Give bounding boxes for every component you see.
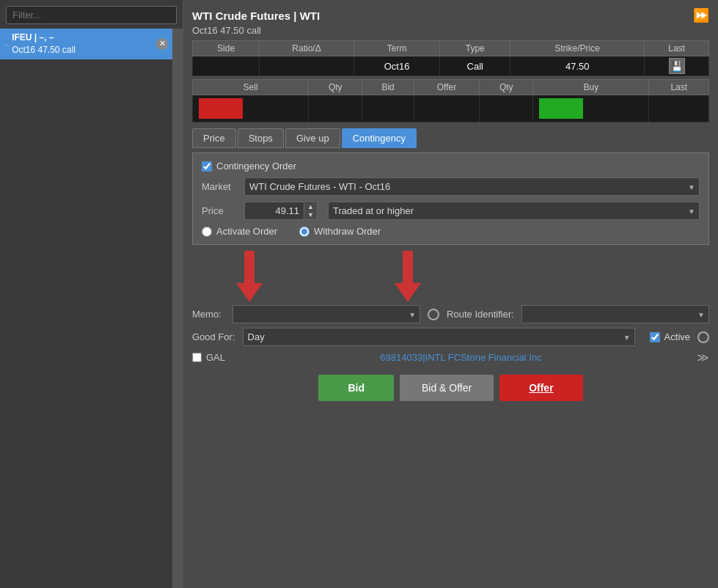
ob-qty2: Qty — [480, 80, 533, 95]
tab-price[interactable]: Price — [192, 128, 236, 148]
cell-side — [193, 56, 260, 76]
ob-offer: Offer — [414, 80, 479, 95]
memo-select[interactable] — [232, 305, 420, 323]
right-arrow-head — [395, 283, 421, 302]
expand-icon: – — [4, 40, 9, 48]
good-for-select-wrapper: Day GTC GTD — [243, 328, 635, 346]
contingency-order-text: Contingency Order — [216, 161, 296, 172]
good-for-select[interactable]: Day GTC GTD — [243, 328, 635, 346]
arrow-decoration — [192, 251, 709, 302]
radio-row: Activate Order Withdraw Order — [202, 226, 700, 237]
close-icon[interactable]: ✕ — [156, 38, 168, 50]
contingency-order-label[interactable]: Contingency Order — [202, 161, 296, 172]
table-row: Oct16 Call 47.50 💾 — [193, 56, 709, 76]
ob-buy-cell[interactable] — [533, 95, 649, 122]
price-condition-select[interactable]: Traded at or higher Traded at or lower E… — [328, 202, 700, 220]
col-type: Type — [440, 41, 510, 56]
forward-icon[interactable]: ⏩ — [693, 7, 709, 23]
ob-qty2-cell — [480, 95, 533, 122]
contingency-order-checkbox[interactable] — [202, 161, 212, 172]
radio-group: Activate Order Withdraw Order — [202, 226, 700, 237]
tab-giveup[interactable]: Give up — [285, 128, 340, 148]
price-input-wrapper: ▲ ▼ — [244, 202, 318, 220]
active-text: Active — [664, 331, 690, 342]
bid-button[interactable]: Bid — [318, 375, 394, 401]
offer-button[interactable]: Offer — [499, 375, 582, 401]
ob-offer-cell — [414, 95, 479, 122]
activate-order-label[interactable]: Activate Order — [202, 226, 277, 237]
header-title: WTI Crude Futures | WTI — [192, 10, 320, 22]
expand-icon-right[interactable]: ≫ — [697, 350, 709, 364]
price-label: Price — [202, 205, 238, 216]
price-up-button[interactable]: ▲ — [304, 203, 317, 211]
radio-circle-active[interactable] — [697, 331, 709, 343]
instrument-grid: Side Ratio/Δ Term Type Strike/Price Last… — [192, 40, 709, 76]
market-row: Market WTI Crude Futures - WTI - Oct16 — [202, 177, 700, 196]
activate-text: Activate Order — [216, 226, 277, 237]
cell-last: 💾 — [645, 56, 709, 76]
header-row: WTI Crude Futures | WTI ⏩ — [192, 7, 709, 23]
contingency-panel: Contingency Order Market WTI Crude Futur… — [192, 152, 709, 245]
cell-type: Call — [440, 56, 510, 76]
list-item[interactable]: – IFEU | –, – Oct16 47.50 call ✕ — [0, 29, 172, 59]
ob-qty1: Qty — [309, 80, 362, 95]
tab-contingency[interactable]: Contingency — [342, 128, 417, 148]
bottom-controls: Memo: Route Identifier: Good For: Day GT… — [192, 305, 709, 364]
left-arrow-shaft — [244, 251, 254, 283]
header-arrows: ⏩ — [693, 7, 709, 23]
gal-checkbox[interactable] — [192, 353, 202, 362]
col-ratio: Ratio/Δ — [260, 41, 354, 56]
price-input[interactable] — [245, 202, 304, 219]
order-book-row — [193, 95, 709, 122]
radio-circle-middle[interactable] — [428, 309, 439, 320]
market-select-wrapper: WTI Crude Futures - WTI - Oct16 — [244, 177, 700, 196]
ob-bid: Bid — [362, 80, 414, 95]
filter-input[interactable] — [6, 6, 177, 24]
price-down-button[interactable]: ▼ — [304, 211, 317, 219]
col-last: Last — [645, 41, 709, 56]
withdraw-text: Withdraw Order — [314, 226, 381, 237]
route-select[interactable] — [521, 305, 709, 323]
gal-row: GAL 69814033|INTL FCStone Financial Inc … — [192, 350, 709, 364]
activate-radio[interactable] — [202, 227, 212, 237]
cell-ratio — [260, 56, 354, 76]
memo-label: Memo: — [192, 309, 225, 320]
good-for-label: Good For: — [192, 331, 235, 342]
memo-route-row: Memo: Route Identifier: — [192, 305, 709, 323]
col-side: Side — [193, 41, 260, 56]
buy-bar — [539, 98, 583, 119]
action-buttons: Bid Bid & Offer Offer — [192, 370, 709, 401]
goodfor-active-row: Good For: Day GTC GTD Active — [192, 328, 709, 346]
list-item-line2: Oct16 47.50 call — [12, 44, 156, 56]
right-arrow — [395, 251, 421, 302]
col-term: Term — [353, 41, 439, 56]
list-item-line1: IFEU | –, – — [12, 32, 156, 44]
active-label[interactable]: Active — [650, 331, 690, 342]
tabs-row: Price Stops Give up Contingency — [192, 128, 709, 148]
bid-offer-button[interactable]: Bid & Offer — [400, 375, 494, 401]
ob-last: Last — [649, 80, 709, 95]
left-scrollbar[interactable] — [172, 29, 183, 588]
col-strike: Strike/Price — [510, 41, 645, 56]
account-link[interactable]: 69814033|INTL FCStone Financial Inc — [380, 352, 541, 363]
market-label: Market — [202, 181, 238, 192]
contingency-checkbox-row: Contingency Order — [202, 161, 700, 172]
cell-strike: 47.50 — [510, 56, 645, 76]
grid-icon[interactable]: 💾 — [669, 58, 685, 74]
ob-buy: Buy — [533, 80, 649, 95]
ob-qty1-cell — [309, 95, 362, 122]
active-checkbox[interactable] — [650, 332, 660, 342]
withdraw-order-label[interactable]: Withdraw Order — [299, 226, 381, 237]
price-row: Price ▲ ▼ Traded at or higher Traded at … — [202, 202, 700, 220]
market-select[interactable]: WTI Crude Futures - WTI - Oct16 — [244, 177, 700, 196]
withdraw-radio[interactable] — [299, 227, 309, 237]
price-condition-wrapper: Traded at or higher Traded at or lower E… — [328, 202, 700, 220]
gal-left: GAL — [192, 352, 225, 363]
left-arrow-head — [236, 283, 263, 302]
tab-stops[interactable]: Stops — [238, 128, 284, 148]
right-panel: WTI Crude Futures | WTI ⏩ Oct16 47.50 ca… — [183, 0, 718, 588]
price-spinner: ▲ ▼ — [304, 203, 317, 219]
ob-last-cell — [649, 95, 709, 122]
ob-sell-cell[interactable] — [193, 95, 309, 122]
right-arrow-shaft — [403, 251, 413, 283]
